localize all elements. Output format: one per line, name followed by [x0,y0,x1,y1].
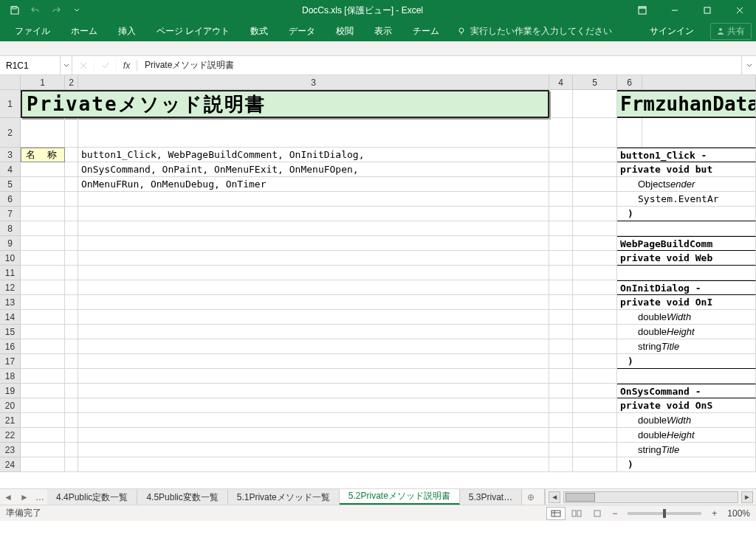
cell[interactable] [21,118,65,148]
tab-insert[interactable]: 挿入 [108,21,146,41]
side-cell[interactable]: double Width [617,413,756,428]
cell[interactable] [549,398,573,413]
enter-formula-button[interactable] [94,56,117,75]
qat-customize-icon[interactable] [68,1,86,19]
cell[interactable] [549,428,573,443]
ribbon-display-options-icon[interactable] [633,1,651,19]
tab-scroll-left-icon[interactable]: ◄ [0,489,16,505]
cell[interactable] [21,295,65,310]
tab-formulas[interactable]: 数式 [240,21,278,41]
side-cell[interactable]: double Width [617,310,756,325]
zoom-slider-knob[interactable] [663,509,666,518]
cell[interactable] [573,266,617,280]
close-button[interactable] [724,0,756,21]
cell[interactable] [78,221,549,236]
cell[interactable] [573,177,617,192]
cell[interactable] [573,354,617,369]
tell-me-search[interactable]: 実行したい作業を入力してください [450,25,619,38]
cell[interactable] [549,384,573,398]
tab-file[interactable]: ファイル [4,21,61,41]
cell[interactable] [549,339,573,354]
tab-overflow-icon[interactable]: … [32,489,47,505]
cell[interactable] [549,443,573,457]
col-header[interactable]: 6 [617,75,642,89]
minimize-button[interactable] [659,0,691,21]
tab-review[interactable]: 校閲 [326,21,364,41]
side-cell[interactable]: ) [617,207,756,221]
cell[interactable] [21,443,65,457]
cell[interactable] [642,118,756,148]
cell[interactable] [549,280,573,295]
side-cell[interactable]: private void but [617,162,756,177]
side-cell[interactable]: double Height [617,325,756,339]
cell[interactable] [78,398,549,413]
expand-formula-bar-icon[interactable] [741,56,756,75]
cell[interactable] [573,251,617,266]
view-pagebreak-button[interactable] [588,507,607,520]
col-header[interactable]: 3 [78,75,549,89]
tab-pagelayout[interactable]: ページ レイアウト [146,21,240,41]
cell[interactable] [65,339,78,354]
cell[interactable] [65,310,78,325]
cell[interactable] [573,295,617,310]
worksheet-grid[interactable]: 1 2 3 4 5 6 1 Privateメソッド説明書 FrmzuhanDat… [0,75,756,488]
view-normal-button[interactable] [546,507,566,520]
share-button[interactable]: 共有 [710,23,752,40]
row-header[interactable]: 14 [0,310,21,325]
cell[interactable] [617,369,756,384]
sheet-tab[interactable]: 4.4Public定数一覧 [47,489,137,505]
cell[interactable] [549,192,573,207]
new-sheet-button[interactable]: ⊕ [522,489,540,505]
cell[interactable] [65,118,78,148]
cell[interactable] [21,207,65,221]
cell[interactable] [573,236,617,251]
cell[interactable] [549,162,573,177]
cell[interactable] [65,413,78,428]
cell[interactable] [549,177,573,192]
tab-data[interactable]: データ [278,21,326,41]
tab-home[interactable]: ホーム [61,21,108,41]
cell[interactable] [573,339,617,354]
cell[interactable] [549,413,573,428]
row-header[interactable]: 1 [0,90,21,118]
cell[interactable] [65,443,78,457]
cell[interactable] [617,118,642,148]
side-cell[interactable]: OnSysCommand - [617,384,756,398]
row-header[interactable]: 19 [0,384,21,398]
row-header[interactable]: 17 [0,354,21,369]
cell[interactable] [21,177,65,192]
cell[interactable] [549,236,573,251]
methods-line[interactable]: OnSysCommand, OnPaint, OnMenuFExit, OnMe… [78,162,549,177]
side-cell[interactable]: string Title [617,339,756,354]
cell[interactable] [21,236,65,251]
cell[interactable] [21,384,65,398]
methods-line[interactable]: OnMenuFRun, OnMenuDebug, OnTimer [78,177,549,192]
row-header[interactable]: 6 [0,192,21,207]
cell[interactable] [78,207,549,221]
cell[interactable] [21,251,65,266]
row-header[interactable]: 9 [0,236,21,251]
cell[interactable] [549,310,573,325]
cell[interactable] [573,398,617,413]
row-header[interactable]: 15 [0,325,21,339]
side-cell[interactable]: button1_Click - [617,148,756,162]
side-cell[interactable]: string Title [617,443,756,457]
row-header[interactable]: 7 [0,207,21,221]
row-header[interactable]: 3 [0,148,21,162]
side-cell[interactable]: ) [617,457,756,472]
cell[interactable] [573,310,617,325]
col-header[interactable] [642,75,756,89]
cell[interactable] [78,384,549,398]
cell[interactable] [78,457,549,472]
row-header[interactable]: 5 [0,177,21,192]
cell[interactable] [78,118,549,148]
cell[interactable] [65,162,78,177]
name-box[interactable]: R1C1 [0,56,72,75]
view-pagelayout-button[interactable] [567,507,586,520]
row-header[interactable]: 2 [0,118,21,148]
cell[interactable] [573,428,617,443]
cell[interactable] [549,266,573,280]
cell[interactable] [21,162,65,177]
row-header[interactable]: 8 [0,221,21,236]
side-cell[interactable]: ) [617,354,756,369]
